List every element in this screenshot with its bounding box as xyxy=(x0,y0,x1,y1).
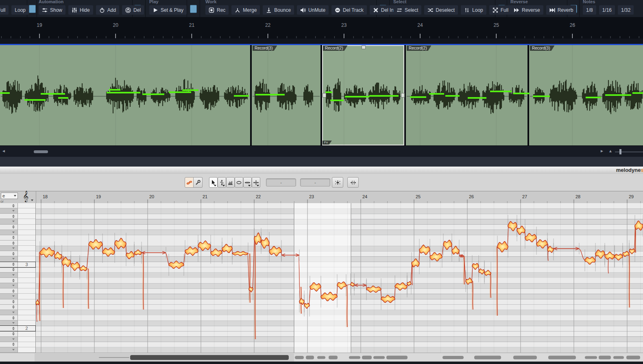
pitch-row-spinner[interactable] xyxy=(12,285,15,286)
reverb-button[interactable]: Reverb xyxy=(546,5,577,15)
amplitude-tool-button[interactable] xyxy=(235,177,243,188)
1-32-button[interactable]: 1/32 xyxy=(618,5,634,15)
pitch-row-spinner[interactable] xyxy=(12,322,15,324)
clip-left-handle[interactable] xyxy=(323,93,326,98)
pitch-row[interactable] xyxy=(0,278,35,283)
pitch-row-spinner[interactable] xyxy=(12,252,15,256)
melodyne-pitch-sidebar[interactable]: 32 xyxy=(0,203,36,353)
pitch-row[interactable] xyxy=(0,294,35,299)
pitch-row[interactable] xyxy=(0,208,35,214)
pitch-row-spinner[interactable] xyxy=(12,327,15,330)
del-track-button[interactable]: Del Track xyxy=(331,5,367,15)
arrange-timeline-ruler[interactable]: 1920212223242526 xyxy=(0,17,643,39)
scroll-right-arrow-icon[interactable]: ► xyxy=(600,149,604,153)
clip-name-flag[interactable]: Record(2) xyxy=(407,46,431,51)
pitch-row[interactable] xyxy=(0,230,35,235)
pitch-row[interactable] xyxy=(0,337,35,342)
pitch-row[interactable] xyxy=(0,225,35,230)
pitch-row-spinner[interactable] xyxy=(12,279,15,282)
pitch-row-spinner[interactable] xyxy=(12,332,15,336)
pitch-row[interactable] xyxy=(0,331,35,336)
clip-name-flag[interactable]: Record(3) xyxy=(530,46,554,51)
clip-right-handle[interactable] xyxy=(401,93,405,98)
pitch-tool-button[interactable] xyxy=(218,177,226,188)
arrange-scrollbar[interactable]: ◄ ► ▲ xyxy=(0,145,643,157)
macro-color-button[interactable] xyxy=(190,5,197,13)
note-spread-button[interactable] xyxy=(347,177,359,188)
pitch-row-spinner[interactable] xyxy=(12,204,15,208)
time-handle-tool-button[interactable] xyxy=(252,177,260,188)
merge-button[interactable]: Merge xyxy=(231,5,260,15)
arrange-clip-lane[interactable]: Record(3)Record(2)FxRecord(2)Record(3) xyxy=(0,45,643,145)
del-button[interactable]: Del xyxy=(122,5,144,15)
deselect-button[interactable]: Deselect xyxy=(424,5,458,15)
pitch-value-field[interactable]: - xyxy=(266,178,296,186)
pitch-row[interactable] xyxy=(0,251,35,256)
pitch-row-spinner[interactable] xyxy=(12,295,15,297)
pitch-row[interactable] xyxy=(0,246,35,251)
hide-button[interactable]: Hide xyxy=(68,5,93,15)
pitch-row-spinner[interactable] xyxy=(12,232,15,233)
pitch-row[interactable] xyxy=(0,267,35,273)
melodyne-overview-strip[interactable] xyxy=(0,353,643,362)
loop-button[interactable]: Loop xyxy=(11,5,29,15)
macro-color-button[interactable] xyxy=(29,5,36,13)
pitch-row[interactable] xyxy=(0,203,35,208)
pitch-row[interactable] xyxy=(0,310,35,315)
scrollbar-thumb[interactable] xyxy=(34,150,48,153)
scroll-left-arrow-icon[interactable]: ◄ xyxy=(2,149,6,153)
bounce-button[interactable]: Bounce xyxy=(263,5,294,15)
reverse-button[interactable]: Reverse xyxy=(510,5,543,15)
audio-clip[interactable] xyxy=(0,45,250,145)
clip-name-flag[interactable]: Record(3) xyxy=(253,46,277,51)
pitch-row-spinner[interactable] xyxy=(12,316,15,320)
note-editor-settings-button[interactable] xyxy=(194,177,203,188)
pitch-row[interactable] xyxy=(0,283,35,288)
audio-clip[interactable] xyxy=(406,45,527,145)
main-tool-button[interactable] xyxy=(209,177,218,188)
pitch-row[interactable] xyxy=(0,256,35,262)
pitch-row-c2[interactable]: 2 xyxy=(0,326,35,331)
pitch-row-spinner[interactable] xyxy=(12,221,15,222)
add-button[interactable]: Add xyxy=(96,5,119,15)
1-8-button[interactable]: 1/8 xyxy=(583,5,596,15)
zoom-slider-thumb[interactable] xyxy=(619,149,621,154)
pitch-row-c3[interactable]: 3 xyxy=(0,262,35,267)
pitch-row-spinner[interactable] xyxy=(12,305,15,309)
time-value-field[interactable]: - xyxy=(300,178,330,186)
select-button[interactable]: Select xyxy=(393,5,421,15)
pitch-row-spinner[interactable] xyxy=(12,258,15,260)
pitch-row[interactable] xyxy=(0,347,35,353)
clip-name-flag[interactable]: Record(2) xyxy=(323,46,347,51)
pitch-row[interactable] xyxy=(0,235,35,240)
clip-top-handle[interactable] xyxy=(362,46,366,49)
show-button[interactable]: Show xyxy=(39,5,65,15)
full-button[interactable]: Full xyxy=(0,5,9,15)
vibrato-fader-button[interactable] xyxy=(332,177,343,188)
pitch-row[interactable] xyxy=(0,240,35,246)
pitch-row-spinner[interactable] xyxy=(12,268,15,271)
set-play-button[interactable]: Set & Play xyxy=(149,5,187,15)
loop-button[interactable]: Loop xyxy=(461,5,486,15)
pitch-row-spinner[interactable] xyxy=(12,338,15,340)
pitch-row-spinner[interactable] xyxy=(12,262,15,266)
pitch-row-spinner[interactable] xyxy=(12,236,15,239)
pitch-row[interactable] xyxy=(0,321,35,326)
audio-clip-selected[interactable] xyxy=(322,45,404,145)
timing-tool-button[interactable] xyxy=(243,177,252,188)
pitch-row[interactable] xyxy=(0,288,35,294)
formant-tool-button[interactable] xyxy=(226,177,235,188)
melodyne-note-editor[interactable] xyxy=(36,203,643,353)
note-assignment-mode-button[interactable] xyxy=(185,177,194,188)
unmute-button[interactable]: UnMute xyxy=(297,5,329,15)
pitch-row-spinner[interactable] xyxy=(12,214,15,218)
pitch-row-spinner[interactable] xyxy=(12,210,15,212)
pitch-row[interactable] xyxy=(0,273,35,278)
pitch-row[interactable] xyxy=(0,299,35,305)
pitch-row[interactable] xyxy=(0,214,35,219)
audio-clip[interactable] xyxy=(529,45,643,145)
pitch-row[interactable] xyxy=(0,219,35,224)
pitch-row-spinner[interactable] xyxy=(12,342,15,346)
1-16-button[interactable]: 1/16 xyxy=(599,5,615,15)
zoom-up-arrow-icon[interactable]: ▲ xyxy=(608,149,612,153)
